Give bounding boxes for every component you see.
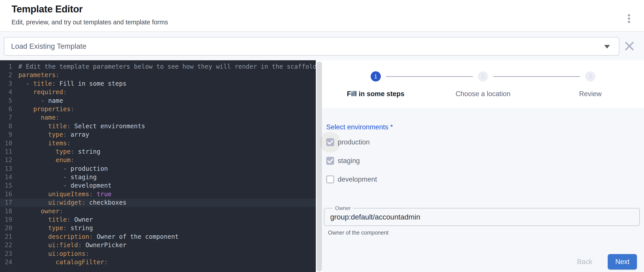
checkbox-unchecked-icon <box>326 175 334 183</box>
code-text: title: Owner <box>12 215 93 224</box>
required-marker: * <box>390 123 393 131</box>
line-number: 8 <box>0 122 12 130</box>
line-number: 13 <box>0 165 12 173</box>
line-number: 4 <box>0 88 12 96</box>
line-number: 14 <box>0 173 12 181</box>
line-number: 2 <box>0 71 12 79</box>
checkbox-label: development <box>338 175 377 183</box>
code-text: catalogFilter: <box>12 258 108 266</box>
code-line: 19 title: Owner <box>0 215 316 224</box>
code-line: 8 title: Select environments <box>0 122 316 130</box>
chevron-down-icon <box>604 45 610 49</box>
split-drag-handle[interactable] <box>317 62 322 271</box>
checkbox-ripple-area <box>326 138 334 146</box>
line-number: 12 <box>0 156 12 164</box>
code-line: 14 - staging <box>0 173 316 181</box>
environments-field-label: Select environments * <box>326 123 644 131</box>
checkbox-option-production[interactable]: production <box>326 133 644 152</box>
code-text: ui:field: OwnerPicker <box>12 241 126 249</box>
code-line: 11 type: string <box>0 148 316 156</box>
step-1-label: Fill in some steps <box>347 90 404 98</box>
code-text: uniqueItems: true <box>12 190 112 198</box>
environments-label-text: Select environments <box>326 123 388 131</box>
code-line: 17 ui:widget: checkboxes <box>0 198 316 207</box>
code-text: # Edit the template parameters below to … <box>12 62 316 71</box>
kebab-dot <box>628 21 630 23</box>
checkbox-ripple-area <box>326 175 334 183</box>
back-button[interactable]: Back <box>572 254 597 269</box>
line-number: 15 <box>0 181 12 190</box>
code-line: 18 owner: <box>0 207 316 215</box>
owner-field-value: group:default/accountadmin <box>330 213 639 221</box>
line-number: 19 <box>0 215 12 224</box>
code-text: - development <box>12 181 112 190</box>
line-number: 9 <box>0 130 12 139</box>
line-number: 10 <box>0 139 12 148</box>
kebab-dot <box>628 18 630 20</box>
code-text: - name <box>12 97 63 105</box>
close-button[interactable] <box>624 40 635 52</box>
code-text: ui:widget: checkboxes <box>12 198 126 207</box>
next-button[interactable]: Next <box>608 254 637 269</box>
stepper: 1Fill in some steps2Choose a location3Re… <box>322 60 644 108</box>
line-number: 1 <box>0 62 12 71</box>
main-split: 1# Edit the template parameters below to… <box>0 60 644 272</box>
code-line: 6 properties: <box>0 105 316 113</box>
code-line: 9 type: array <box>0 130 316 139</box>
code-text: ui:options: <box>12 250 89 258</box>
code-line: 23 ui:options: <box>0 250 316 258</box>
owner-field-label: Owner <box>333 205 353 211</box>
step-connector <box>386 76 473 77</box>
page-subtitle: Edit, preview, and try out templates and… <box>12 19 168 26</box>
code-line: 16 uniqueItems: true <box>0 190 316 198</box>
yaml-code-editor[interactable]: 1# Edit the template parameters below to… <box>0 60 316 272</box>
load-select-value: Load Existing Template <box>11 42 86 51</box>
step-1: 1Fill in some steps <box>322 60 429 108</box>
checkbox-checked-icon <box>326 157 334 165</box>
line-number: 20 <box>0 224 12 232</box>
code-text: type: array <box>12 130 89 139</box>
code-text: - title: Fill in some steps <box>12 79 126 88</box>
code-text: - production <box>12 165 108 173</box>
code-text: required: <box>12 88 67 96</box>
checkbox-option-development[interactable]: development <box>326 170 644 189</box>
page-title: Template Editor <box>12 4 83 15</box>
code-line: 2parameters: <box>0 71 316 79</box>
line-number: 5 <box>0 97 12 105</box>
line-number: 24 <box>0 258 12 266</box>
code-line: 21 description: Owner of the component <box>0 233 316 241</box>
more-options-button[interactable] <box>624 12 634 25</box>
code-line: 7 name: <box>0 113 316 122</box>
step-2-label: Choose a location <box>456 90 510 98</box>
step-3-label: Review <box>579 90 602 98</box>
line-number: 11 <box>0 148 12 156</box>
step-form-section: Select environments * productionstagingd… <box>322 108 644 272</box>
step-3: 3Review <box>537 60 644 108</box>
owner-input-field[interactable]: Owner group:default/accountadmin <box>324 205 640 226</box>
line-number: 21 <box>0 233 12 241</box>
code-text: items: <box>12 139 70 148</box>
line-number: 18 <box>0 207 12 215</box>
line-number: 7 <box>0 113 12 122</box>
code-text: title: Select environments <box>12 122 145 130</box>
code-text: owner: <box>12 207 63 215</box>
code-line: 4 required: <box>0 88 316 96</box>
load-existing-template-select[interactable]: Load Existing Template <box>4 37 619 56</box>
wizard-footer: Back Next <box>572 254 637 269</box>
code-line: 5 - name <box>0 97 316 105</box>
code-text: type: string <box>12 224 93 232</box>
line-number: 23 <box>0 250 12 258</box>
code-text: enum: <box>12 156 74 164</box>
code-text: description: Owner of the component <box>12 233 179 241</box>
page-header: Template Editor Edit, preview, and try o… <box>0 0 644 32</box>
kebab-dot <box>628 14 630 16</box>
checkbox-label: production <box>338 138 370 146</box>
step-1-icon: 1 <box>371 71 381 81</box>
load-template-toolbar: Load Existing Template <box>0 32 644 60</box>
line-number: 6 <box>0 105 12 113</box>
code-line: 12 enum: <box>0 156 316 164</box>
step-connector <box>493 76 580 77</box>
code-line: 10 items: <box>0 139 316 148</box>
code-line: 1# Edit the template parameters below to… <box>0 62 316 71</box>
checkbox-option-staging[interactable]: staging <box>326 152 644 170</box>
